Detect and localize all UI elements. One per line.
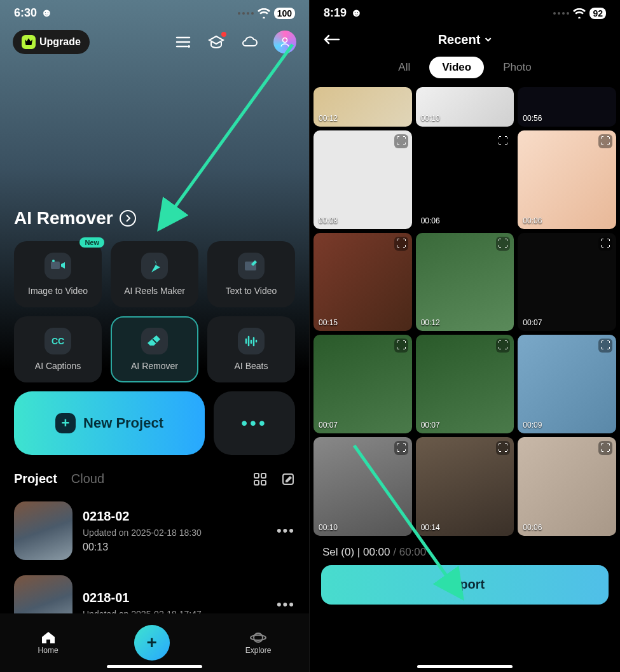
expand-icon[interactable]: ⛶ [598, 441, 612, 455]
media-item[interactable]: 00:56 [518, 87, 616, 127]
tool-image-to-video[interactable]: New Image to Video [14, 241, 102, 307]
selection-bar: Sel (0) | 00:00 / 60:00 [310, 536, 620, 565]
expand-icon[interactable]: ⛶ [394, 441, 408, 455]
project-more-icon[interactable]: ••• [277, 522, 295, 539]
chevron-right-icon[interactable] [120, 210, 136, 227]
media-duration: 00:12 [421, 318, 440, 327]
tool-ai-beats[interactable]: AI Beats [207, 316, 295, 382]
media-item[interactable]: ⛶00:08 [313, 130, 412, 229]
bottom-nav: Home + Explore [0, 613, 309, 672]
album-dropdown[interactable]: Recent [438, 32, 492, 47]
cellular-dots-icon [238, 12, 254, 15]
media-duration: 00:08 [319, 216, 338, 225]
new-project-button[interactable]: + New Project [14, 391, 205, 455]
expand-icon[interactable]: ⛶ [496, 237, 510, 251]
media-duration: 00:10 [319, 523, 338, 532]
expand-icon[interactable]: ⛶ [598, 237, 612, 251]
project-item[interactable]: 0218-02 Updated on 2025-02-18 18:30 00:1… [14, 494, 295, 568]
list-icon[interactable] [174, 33, 192, 51]
media-duration: 00:10 [421, 114, 440, 123]
tab-project[interactable]: Project [14, 472, 57, 486]
status-time: 8:19 [324, 6, 347, 20]
expand-icon[interactable]: ⛶ [496, 441, 510, 455]
media-item[interactable]: ⛶00:06 [416, 130, 514, 229]
more-button[interactable]: ••• [214, 391, 295, 455]
import-button[interactable]: Import [321, 565, 609, 605]
captions-icon: CC [45, 328, 71, 354]
media-duration: 00:14 [421, 523, 440, 532]
academy-icon[interactable] [207, 33, 225, 51]
eraser-icon [141, 328, 168, 354]
image-video-icon [45, 253, 71, 279]
reels-icon [141, 253, 168, 279]
tool-label: Text to Video [226, 286, 277, 296]
media-item[interactable]: ⛶00:15 [313, 233, 412, 332]
project-more-icon[interactable]: ••• [277, 596, 295, 613]
filter-photo[interactable]: Photo [490, 57, 544, 78]
filter-video[interactable]: Video [429, 57, 484, 78]
wifi-icon [258, 8, 270, 18]
expand-icon[interactable]: ⛶ [394, 237, 408, 251]
cellular-dots-icon [553, 12, 569, 15]
media-item[interactable]: ⛶00:14 [416, 437, 514, 536]
media-item[interactable]: ⛶00:09 [518, 335, 616, 433]
grid-view-icon[interactable] [253, 472, 267, 486]
nav-explore[interactable]: Explore [245, 631, 272, 655]
cloud-icon[interactable] [240, 33, 258, 51]
profile-avatar[interactable] [273, 31, 296, 53]
tool-text-to-video[interactable]: Text to Video [207, 241, 295, 307]
status-bar: 6:30 ☻ 100 [0, 0, 309, 22]
smiley-icon: ☻ [41, 6, 53, 20]
home-screen: 6:30 ☻ 100 Upgrade [0, 0, 310, 672]
svg-point-0 [188, 45, 190, 48]
media-item[interactable]: ⛶00:07 [416, 335, 514, 433]
media-item[interactable]: ⛶00:06 [518, 130, 616, 229]
wifi-icon [573, 8, 586, 18]
media-item[interactable]: ⛶00:07 [518, 233, 616, 332]
tool-label: AI Reels Maker [124, 286, 185, 296]
media-duration: 00:15 [319, 318, 338, 327]
project-meta: Updated on 2025-02-18 18:30 [83, 528, 266, 538]
expand-icon[interactable]: ⛶ [496, 134, 510, 148]
planet-icon [250, 631, 266, 645]
tool-label: AI Remover [131, 361, 178, 371]
media-item[interactable]: ⛶00:07 [313, 335, 412, 433]
svg-point-12 [251, 635, 266, 640]
nav-home[interactable]: Home [38, 631, 59, 655]
project-thumbnail [14, 501, 72, 560]
tools-grid: New Image to Video AI Reels Maker Text t… [0, 228, 309, 382]
expand-icon[interactable]: ⛶ [598, 134, 612, 148]
selection-limit: 60:00 [399, 546, 427, 558]
media-item[interactable]: ⛶00:06 [518, 437, 616, 536]
expand-icon[interactable]: ⛶ [496, 339, 510, 353]
nav-create-button[interactable]: + [134, 625, 170, 661]
media-item[interactable]: 00:10 [416, 87, 514, 127]
edit-icon[interactable] [281, 472, 295, 486]
back-button[interactable] [322, 34, 340, 45]
filter-all[interactable]: All [385, 57, 423, 78]
beats-icon [238, 328, 265, 354]
tool-ai-captions[interactable]: CC AI Captions [14, 316, 102, 382]
tab-cloud[interactable]: Cloud [71, 472, 104, 486]
media-duration: 00:07 [421, 421, 440, 430]
home-indicator [417, 665, 513, 668]
media-item[interactable]: ⛶00:10 [313, 437, 412, 536]
expand-icon[interactable]: ⛶ [394, 339, 408, 353]
tool-label: AI Beats [235, 361, 268, 371]
media-duration: 00:07 [523, 318, 542, 327]
media-item[interactable]: ⛶00:12 [416, 233, 514, 332]
tool-ai-remover[interactable]: AI Remover [111, 316, 198, 382]
battery-level: 92 [589, 8, 606, 19]
upgrade-button[interactable]: Upgrade [13, 30, 90, 54]
nav-home-label: Home [38, 646, 59, 655]
media-item[interactable]: 00:12 [313, 87, 412, 127]
expand-icon[interactable]: ⛶ [598, 339, 612, 353]
text-video-icon [238, 253, 265, 279]
expand-icon[interactable]: ⛶ [394, 134, 408, 148]
svg-point-1 [283, 38, 287, 43]
tool-ai-reels[interactable]: AI Reels Maker [111, 241, 198, 307]
project-name: 0218-01 [83, 591, 266, 605]
hero-section: AI Remover [0, 62, 309, 228]
selection-time: 00:00 [363, 546, 390, 558]
filter-tabs: All Video Photo [310, 50, 620, 87]
